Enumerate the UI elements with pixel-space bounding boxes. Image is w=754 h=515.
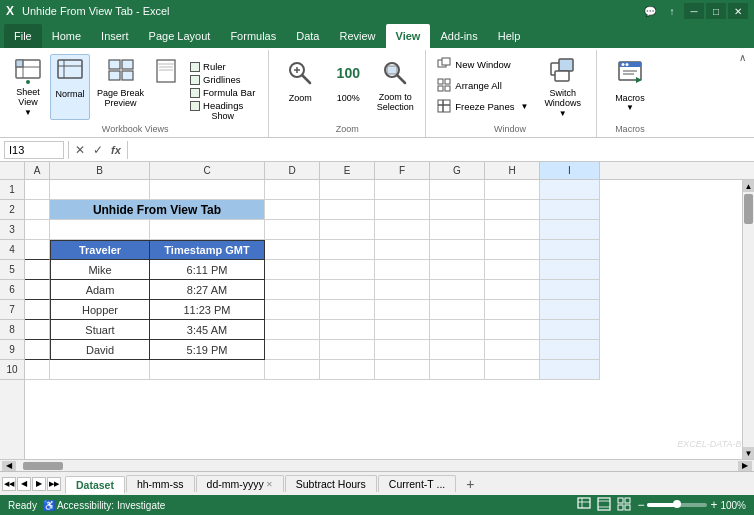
sheet-tab-subtract-hours[interactable]: Subtract Hours [285,475,377,492]
cell-g1[interactable] [430,180,485,200]
cell-h1[interactable] [485,180,540,200]
row-header-6[interactable]: 6 [0,280,24,300]
cell-f3[interactable] [375,220,430,240]
cell-e10[interactable] [320,360,375,380]
cell-i10[interactable] [540,360,600,380]
cell-i7[interactable] [540,300,600,320]
cell-d4[interactable] [265,240,320,260]
cell-a10[interactable] [25,360,50,380]
cell-g10[interactable] [430,360,485,380]
cell-d10[interactable] [265,360,320,380]
zoom-slider[interactable] [647,503,707,507]
cell-d7[interactable] [265,300,320,320]
tab-review[interactable]: Review [329,24,385,48]
cell-i9[interactable] [540,340,600,360]
cell-g4[interactable] [430,240,485,260]
cell-c5[interactable]: 6:11 PM [150,260,265,280]
cell-i5[interactable] [540,260,600,280]
cell-h7[interactable] [485,300,540,320]
cell-a7[interactable] [25,300,50,320]
switch-windows-button[interactable]: SwitchWindows ▼ [537,54,588,120]
row-header-8[interactable]: 8 [0,320,24,340]
cell-h8[interactable] [485,320,540,340]
new-window-button[interactable]: New Window [432,54,533,74]
cell-g3[interactable] [430,220,485,240]
cell-i1[interactable] [540,180,600,200]
row-header-2[interactable]: 2 [0,200,24,220]
row-header-3[interactable]: 3 [0,220,24,240]
freeze-panes-button[interactable]: Freeze Panes ▼ [432,96,533,116]
sheet-nav-prev[interactable]: ◀ [17,477,31,491]
cell-b4[interactable]: Traveler [50,240,150,260]
maximize-btn[interactable]: □ [706,3,726,19]
tab-help[interactable]: Help [488,24,531,48]
comment-btn[interactable]: 💬 [640,3,660,19]
cell-a5[interactable] [25,260,50,280]
cell-f10[interactable] [375,360,430,380]
cell-a3[interactable] [25,220,50,240]
cell-g6[interactable] [430,280,485,300]
cell-g2[interactable] [430,200,485,220]
sheet-nav-first[interactable]: ◀◀ [2,477,16,491]
cell-d2[interactable] [265,200,320,220]
cell-e4[interactable] [320,240,375,260]
cell-e3[interactable] [320,220,375,240]
row-header-1[interactable]: 1 [0,180,24,200]
cell-h3[interactable] [485,220,540,240]
cell-e6[interactable] [320,280,375,300]
macros-button[interactable]: Macros ▼ [605,54,655,120]
col-header-e[interactable]: E [320,162,375,179]
zoom-to-selection-button[interactable]: Zoom toSelection [373,54,417,120]
col-header-h[interactable]: H [485,162,540,179]
cell-b6[interactable]: Adam [50,280,150,300]
cell-f1[interactable] [375,180,430,200]
cell-b5[interactable]: Mike [50,260,150,280]
zoom-decrease-btn[interactable]: − [637,498,644,512]
cell-b10[interactable] [50,360,150,380]
cell-f9[interactable] [375,340,430,360]
sheet-view-button[interactable]: SheetView ▼ [8,54,48,120]
name-box[interactable]: I13 [4,141,64,159]
col-header-a[interactable]: A [25,162,50,179]
cancel-input-icon[interactable]: ✕ [73,143,87,157]
tab-data[interactable]: Data [286,24,329,48]
cell-i2[interactable] [540,200,600,220]
cell-a4[interactable] [25,240,50,260]
row-header-7[interactable]: 7 [0,300,24,320]
cell-i8[interactable] [540,320,600,340]
page-break-preview-button[interactable]: Page BreakPreview [92,54,149,120]
sheet-tab-current-t[interactable]: Current-T ... [378,475,456,492]
cell-e2[interactable] [320,200,375,220]
insert-function-icon[interactable]: fx [109,144,123,156]
col-header-d[interactable]: D [265,162,320,179]
cell-g5[interactable] [430,260,485,280]
cell-b7[interactable]: Hopper [50,300,150,320]
cell-i3[interactable] [540,220,600,240]
view-layout-icon[interactable] [597,497,611,513]
cell-d1[interactable] [265,180,320,200]
cell-f8[interactable] [375,320,430,340]
cell-f2[interactable] [375,200,430,220]
cell-e5[interactable] [320,260,375,280]
row-header-9[interactable]: 9 [0,340,24,360]
zoom-increase-btn[interactable]: + [710,498,717,512]
cell-d3[interactable] [265,220,320,240]
cell-f7[interactable] [375,300,430,320]
close-btn[interactable]: ✕ [728,3,748,19]
sheet-nav-last[interactable]: ▶▶ [47,477,61,491]
cell-b8[interactable]: Stuart [50,320,150,340]
cell-b9[interactable]: David [50,340,150,360]
row-header-4[interactable]: 4 [0,240,24,260]
cell-c8[interactable]: 3:45 AM [150,320,265,340]
cell-d8[interactable] [265,320,320,340]
cell-a9[interactable] [25,340,50,360]
col-header-g[interactable]: G [430,162,485,179]
minimize-btn[interactable]: ─ [684,3,704,19]
normal-view-button[interactable]: Normal [50,54,90,120]
col-header-i[interactable]: I [540,162,600,179]
add-sheet-button[interactable]: + [460,474,480,494]
cell-d6[interactable] [265,280,320,300]
cell-a1[interactable] [25,180,50,200]
cell-c9[interactable]: 5:19 PM [150,340,265,360]
confirm-input-icon[interactable]: ✓ [91,143,105,157]
